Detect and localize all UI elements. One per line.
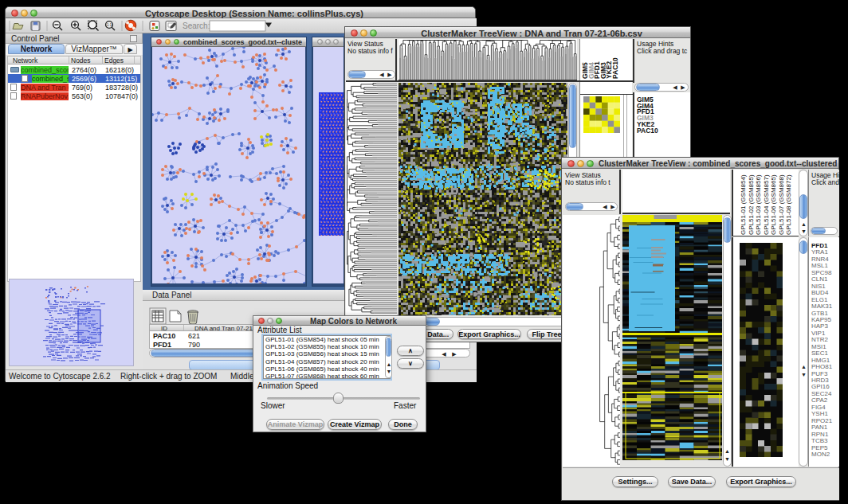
svg-text:Search:: Search: <box>183 21 210 30</box>
svg-text:1:1: 1:1 <box>107 23 112 27</box>
